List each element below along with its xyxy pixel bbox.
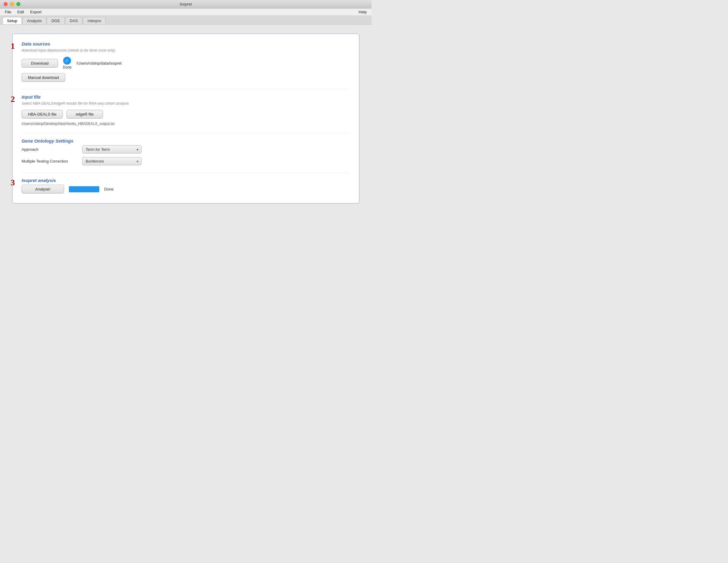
go-settings-title: Gene Ontology Settings bbox=[22, 138, 350, 144]
approach-dropdown-wrapper: Term for Term Parent-Child Union Parent-… bbox=[82, 145, 141, 154]
done-label-1: Done bbox=[63, 65, 72, 70]
tab-das[interactable]: DAS bbox=[65, 17, 83, 24]
main-panel: 1 Data sources download input datasource… bbox=[12, 34, 359, 204]
file-buttons: HBA-DEALS file edgeR file bbox=[22, 110, 350, 119]
check-circle: ✓ bbox=[63, 57, 71, 65]
correction-label: Multiple Testing Correction bbox=[22, 159, 82, 164]
section-number-2: 2 bbox=[11, 94, 15, 104]
section-number-1: 1 bbox=[11, 41, 15, 51]
done-group: ✓ Done bbox=[63, 57, 72, 70]
edger-button[interactable]: edgeR file bbox=[66, 110, 103, 119]
maximize-button[interactable] bbox=[16, 2, 20, 6]
section-input-file: 2 Input file Select HBA-DEALS/edgeR resu… bbox=[22, 94, 350, 126]
data-path: /Users/robinp/data/isopret bbox=[77, 61, 122, 66]
tab-interpro[interactable]: Interpro bbox=[83, 17, 106, 24]
data-sources-title: Data sources bbox=[22, 41, 350, 46]
analyse-row: Analyse! Done bbox=[22, 185, 350, 194]
input-file-title: Input file bbox=[22, 94, 350, 100]
section-data-sources: 1 Data sources download input datasource… bbox=[22, 41, 350, 82]
manual-download-button[interactable]: Manual download bbox=[22, 73, 65, 82]
section-go-settings: Gene Ontology Settings Approach Term for… bbox=[22, 138, 350, 165]
menubar-left: File Edit Export bbox=[2, 9, 44, 15]
correction-dropdown-wrapper: Bonferroni Benjamini-Hochberg None ▼ bbox=[82, 157, 141, 165]
approach-label: Approach bbox=[22, 147, 82, 152]
menu-help[interactable]: Help bbox=[356, 9, 369, 15]
section-isopret-analysis: 3 Isopret analysis Analyse! Done bbox=[22, 178, 350, 194]
isopret-analysis-title: Isopret analysis bbox=[22, 178, 350, 183]
download-row: Download ✓ Done /Users/robinp/data/isopr… bbox=[22, 57, 350, 70]
progress-bar-container bbox=[69, 186, 99, 192]
menu-file[interactable]: File bbox=[2, 9, 14, 15]
window-title: Isopret bbox=[180, 2, 192, 6]
titlebar: Isopret bbox=[0, 0, 372, 8]
approach-dropdown[interactable]: Term for Term Parent-Child Union Parent-… bbox=[82, 145, 141, 154]
tab-analysis[interactable]: Analysis bbox=[22, 17, 46, 24]
file-path: /Users/robinp/Desktop/hba/Hooks_HBADEALS… bbox=[22, 122, 350, 126]
approach-row: Approach Term for Term Parent-Child Unio… bbox=[22, 145, 350, 154]
tab-setup[interactable]: Setup bbox=[2, 17, 22, 24]
close-button[interactable] bbox=[4, 2, 8, 6]
correction-dropdown[interactable]: Bonferroni Benjamini-Hochberg None bbox=[82, 157, 141, 165]
download-button[interactable]: Download bbox=[22, 59, 58, 68]
tab-dge[interactable]: DGE bbox=[47, 17, 64, 24]
analyse-button[interactable]: Analyse! bbox=[22, 185, 64, 194]
correction-row: Multiple Testing Correction Bonferroni B… bbox=[22, 157, 350, 165]
menubar-right: Help bbox=[356, 9, 369, 15]
menu-export[interactable]: Export bbox=[28, 9, 44, 15]
menubar: File Edit Export Help bbox=[0, 8, 372, 16]
section-number-3: 3 bbox=[11, 178, 15, 188]
analysis-done-text: Done bbox=[104, 187, 114, 192]
hba-deals-button[interactable]: HBA-DEALS file bbox=[22, 110, 63, 119]
data-sources-subtitle: download input datasources (needs to be … bbox=[22, 48, 350, 53]
main-content: 1 Data sources download input datasource… bbox=[0, 25, 372, 281]
input-file-subtitle: Select HBA-DEALS/edgeR results file for … bbox=[22, 101, 350, 106]
progress-bar-fill bbox=[69, 186, 99, 192]
titlebar-buttons bbox=[4, 2, 20, 6]
menu-edit[interactable]: Edit bbox=[15, 9, 26, 15]
minimize-button[interactable] bbox=[10, 2, 14, 6]
tabbar: Setup Analysis DGE DAS Interpro bbox=[0, 16, 372, 25]
